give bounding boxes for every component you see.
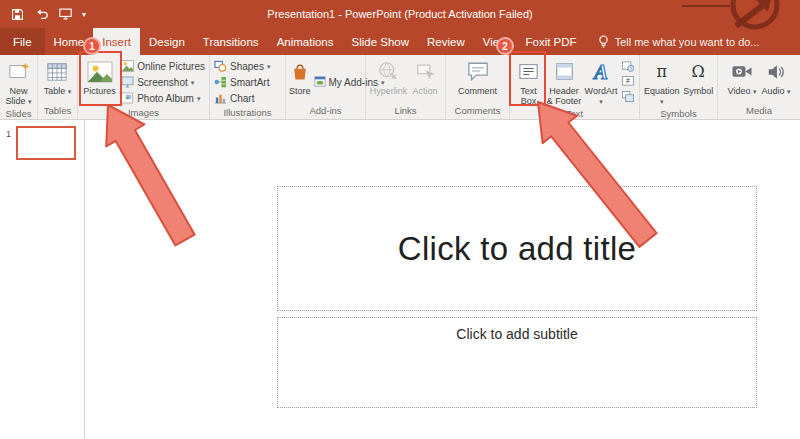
tab-home[interactable]: Home	[45, 28, 94, 55]
customize-quick-access-toolbar-icon[interactable]: ▾	[82, 10, 86, 19]
object-button[interactable]	[620, 90, 636, 103]
pictures-label: Pictures	[83, 86, 116, 96]
dropdown-caret-icon: ▾	[197, 95, 201, 103]
screenshot-label: Screenshot	[137, 77, 188, 88]
video-label: Video	[728, 86, 751, 96]
audio-button[interactable]: Audio ▾	[759, 58, 793, 97]
shapes-label: Shapes	[230, 61, 264, 72]
symbol-label: Symbol	[683, 86, 713, 96]
ribbon-group-media: Video ▾ Audio ▾ Media	[718, 55, 800, 119]
action-label: Action	[412, 86, 437, 96]
store-button[interactable]: Store	[288, 58, 312, 97]
video-button[interactable]: Video ▾	[725, 58, 759, 97]
my-add-ins-icon	[314, 76, 326, 89]
online-pictures-button[interactable]: Online Pictures	[119, 59, 207, 74]
video-icon	[731, 59, 753, 84]
text-box-icon	[518, 59, 539, 84]
tab-design[interactable]: Design	[140, 28, 194, 55]
save-icon[interactable]	[10, 7, 25, 22]
svg-text:A: A	[592, 60, 608, 84]
quick-access-toolbar: ▾	[0, 7, 86, 22]
title-placeholder-text: Click to add title	[398, 230, 636, 268]
online-pictures-icon	[121, 60, 134, 74]
wordart-button[interactable]: A WordArt ▾	[583, 58, 619, 107]
comment-icon	[467, 59, 489, 84]
dropdown-caret-icon: ▾	[660, 98, 664, 105]
ribbon-group-links: Hyperlink Action Links	[366, 55, 446, 119]
ribbon-tab-bar: File Home Insert Design Transitions Anim…	[0, 28, 800, 55]
date-and-time-button[interactable]	[620, 60, 636, 73]
tab-review[interactable]: Review	[418, 28, 474, 55]
object-icon	[622, 91, 634, 102]
tab-animations[interactable]: Animations	[268, 28, 343, 55]
ribbon-group-symbols: π Equation ▾ Ω Symbol Symbols	[640, 55, 718, 119]
group-label-comments: Comments	[446, 104, 509, 119]
tab-insert[interactable]: Insert	[93, 28, 140, 55]
slide-canvas: Click to add title Click to add subtitle	[85, 120, 800, 439]
ribbon: New Slide ▾ Slides Table ▾ Tables Pictur…	[0, 55, 800, 120]
group-label-images: Images	[78, 106, 209, 120]
pictures-button[interactable]: Pictures	[80, 58, 119, 97]
tell-me-label: Tell me what you want to do...	[615, 36, 760, 48]
equation-button[interactable]: π Equation ▾	[642, 58, 681, 107]
group-label-symbols: Symbols	[640, 107, 717, 121]
hyperlink-button[interactable]: Hyperlink	[369, 58, 408, 97]
chart-icon	[214, 92, 227, 106]
text-box-button[interactable]: Text Box	[512, 58, 545, 107]
store-icon	[290, 59, 310, 84]
pictures-icon	[87, 59, 113, 84]
ribbon-group-text: Text Box Header & Footer A WordArt ▾	[510, 55, 640, 119]
slide-thumbnail[interactable]	[16, 126, 76, 160]
window-title: Presentation1 - PowerPoint (Product Acti…	[0, 0, 800, 28]
screenshot-button[interactable]: Screenshot ▾	[119, 75, 207, 90]
undo-icon[interactable]	[34, 7, 49, 22]
group-label-slides: Slides	[0, 107, 37, 121]
new-slide-button[interactable]: New Slide ▾	[2, 58, 35, 107]
audio-icon	[766, 59, 786, 84]
table-label: Table	[44, 86, 66, 96]
svg-text:#: #	[626, 77, 630, 84]
chart-button[interactable]: Chart	[212, 91, 272, 106]
slide-number-icon: #	[622, 76, 634, 87]
text-box-label: Text Box	[520, 86, 537, 106]
smartart-button[interactable]: SmartArt	[212, 75, 272, 90]
slide-number-button[interactable]: #	[620, 75, 636, 88]
dropdown-caret-icon: ▾	[599, 98, 603, 105]
hyperlink-label: Hyperlink	[370, 86, 408, 96]
tab-view[interactable]: View	[474, 28, 517, 55]
shapes-button[interactable]: Shapes ▾	[212, 59, 272, 74]
tab-slide-show[interactable]: Slide Show	[343, 28, 419, 55]
tell-me-box[interactable]: Tell me what you want to do...	[598, 28, 760, 55]
header-footer-icon	[555, 59, 574, 84]
slide-number: 1	[6, 129, 11, 139]
equation-label: Equation	[644, 86, 680, 96]
table-button[interactable]: Table ▾	[43, 58, 73, 97]
hyperlink-icon	[378, 59, 399, 84]
group-label-links: Links	[366, 104, 445, 119]
action-button[interactable]: Action	[408, 58, 442, 97]
comment-button[interactable]: Comment	[455, 58, 501, 97]
photo-album-icon	[121, 92, 134, 106]
subtitle-placeholder[interactable]: Click to add subtitle	[277, 317, 757, 408]
dropdown-caret-icon: ▾	[68, 88, 72, 95]
wordart-label: WordArt	[585, 86, 618, 96]
ribbon-group-images: Pictures Online Pictures Screenshot ▾	[78, 55, 210, 119]
slide-thumbnail-panel: 1	[0, 120, 85, 439]
header-footer-label: Header & Footer	[547, 86, 582, 106]
symbol-button[interactable]: Ω Symbol	[681, 58, 715, 97]
tab-foxit-pdf[interactable]: Foxit PDF	[517, 28, 586, 55]
start-from-beginning-icon[interactable]	[58, 7, 73, 22]
title-bar: ▾ Presentation1 - PowerPoint (Product Ac…	[0, 0, 800, 28]
tab-transitions[interactable]: Transitions	[194, 28, 268, 55]
title-placeholder[interactable]: Click to add title	[277, 186, 757, 311]
group-label-illustrations: Illustrations	[210, 106, 285, 120]
action-icon	[416, 59, 435, 84]
dropdown-caret-icon: ▾	[191, 79, 195, 87]
tab-file[interactable]: File	[0, 28, 45, 55]
audio-label: Audio	[761, 86, 784, 96]
chart-label: Chart	[230, 93, 254, 104]
screenshot-icon	[121, 76, 134, 90]
symbol-omega-icon: Ω	[692, 59, 705, 84]
header-footer-button[interactable]: Header & Footer	[545, 58, 583, 107]
photo-album-button[interactable]: Photo Album ▾	[119, 91, 207, 106]
